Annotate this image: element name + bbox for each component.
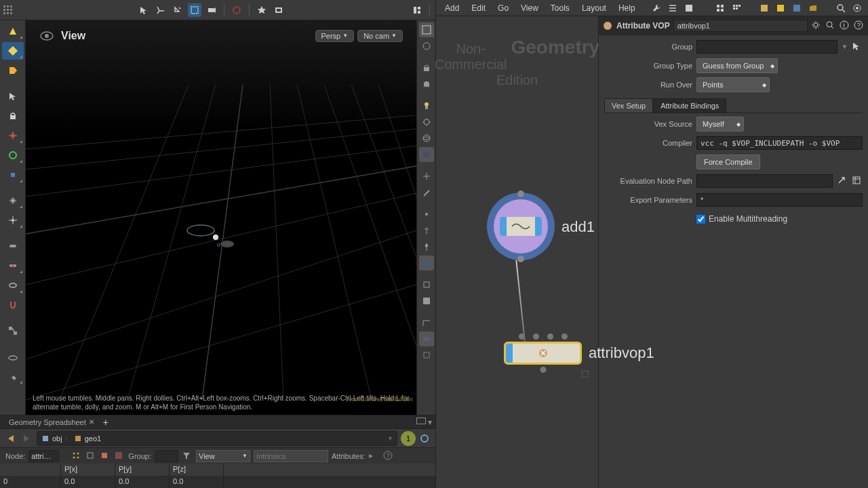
render-icon[interactable] (255, 3, 269, 17)
col-index[interactable] (0, 464, 61, 476)
grid2-icon[interactable] (730, 2, 743, 14)
menu-tools[interactable]: Tools (545, 2, 575, 14)
help-icon[interactable]: ? (854, 20, 865, 31)
camera-dropdown[interactable]: No cam▼ (357, 30, 403, 42)
tool-rotate[interactable] (2, 146, 24, 164)
chooser-icon[interactable] (852, 176, 863, 186)
compiler-input[interactable] (696, 136, 863, 150)
list-icon[interactable] (667, 2, 679, 14)
record-icon[interactable] (230, 3, 243, 17)
lock-view-icon[interactable] (419, 60, 434, 75)
group-input[interactable] (696, 40, 837, 54)
image-icon[interactable] (791, 2, 803, 14)
display-opts-icon[interactable] (419, 256, 434, 270)
area-select-icon[interactable] (188, 3, 201, 17)
shading-wire-icon[interactable] (419, 22, 434, 37)
tool-move[interactable] (2, 127, 24, 144)
play-icon[interactable]: ▸ (369, 451, 380, 462)
path-input[interactable]: obj 〉 geo1 ▼ (37, 431, 397, 446)
points-icon[interactable] (71, 451, 82, 462)
snapshot-icon[interactable] (272, 3, 285, 17)
force-compile-button[interactable]: Force Compile (696, 155, 760, 169)
col-py[interactable]: P[y] (115, 464, 170, 476)
ghost-icon[interactable] (419, 77, 434, 92)
menu-view[interactable]: View (515, 2, 544, 14)
dropdown-icon[interactable]: ▼ (387, 435, 393, 442)
gear-icon[interactable] (811, 20, 822, 31)
dropdown-icon[interactable]: ▼ (842, 43, 848, 50)
menu-go[interactable]: Go (492, 2, 514, 14)
tool-cplane[interactable] (2, 348, 24, 365)
tool-handle1[interactable] (2, 237, 24, 255)
menu-add[interactable]: Add (439, 2, 465, 14)
prims-icon[interactable] (100, 451, 111, 462)
tool-arrow[interactable] (2, 87, 24, 105)
link-icon[interactable] (419, 433, 430, 444)
filter-icon[interactable] (182, 451, 193, 462)
note-icon[interactable] (758, 2, 770, 14)
verts-icon[interactable] (85, 451, 96, 462)
bg-icon[interactable] (419, 293, 434, 308)
layout-icon[interactable] (410, 3, 424, 17)
add-tab-button[interactable]: + (103, 417, 108, 428)
multithread-checkbox[interactable] (696, 215, 705, 224)
export-params-input[interactable] (696, 193, 863, 207)
light-icon[interactable] (419, 98, 434, 113)
target-icon[interactable] (851, 2, 863, 14)
tab-vex-setup[interactable]: Vex Setup (604, 98, 653, 113)
material-icon[interactable] (419, 147, 434, 162)
node-attribvop1[interactable]: attribvop1 ⬚ (504, 342, 582, 365)
tab-attribute-bindings[interactable]: Attribute Bindings (653, 98, 726, 113)
run-over-select[interactable]: Points◆ (696, 77, 770, 92)
search-icon[interactable] (825, 20, 836, 31)
tool-snap-point[interactable] (2, 211, 24, 229)
close-icon[interactable]: ✕ (89, 418, 94, 426)
ruler-icon[interactable] (419, 315, 434, 330)
select-arrow-icon[interactable] (852, 41, 863, 52)
camera-icon[interactable] (205, 3, 218, 17)
wrench-icon[interactable] (650, 2, 663, 14)
select-arrow-icon[interactable] (137, 3, 151, 17)
menu-edit[interactable]: Edit (466, 2, 491, 14)
text-icon[interactable] (683, 2, 695, 14)
normal-icon[interactable] (419, 223, 434, 238)
sticky-icon[interactable] (774, 2, 787, 14)
forward-button[interactable] (21, 434, 33, 443)
world-icon[interactable] (419, 131, 434, 146)
pin-badge[interactable]: 1 (401, 431, 416, 446)
jump-icon[interactable] (837, 176, 848, 186)
node-add1[interactable]: add1 (487, 192, 555, 260)
box-select-icon[interactable] (171, 3, 184, 17)
tool-r2[interactable] (419, 39, 434, 54)
persp-dropdown[interactable]: Persp▼ (315, 30, 355, 42)
vex-source-select[interactable]: Myself◆ (696, 117, 744, 131)
lasso-icon[interactable] (154, 3, 167, 17)
intrinsics-select[interactable]: Intrinsics (254, 450, 328, 462)
detail-icon[interactable] (114, 451, 125, 462)
tool-magnet[interactable] (2, 296, 24, 314)
3d-viewport[interactable]: 0 View Persp▼ No cam▼ Left mouse tumbles… (26, 20, 416, 415)
tool-brush[interactable] (2, 367, 24, 385)
back-button[interactable] (5, 434, 18, 443)
search-icon[interactable] (835, 2, 847, 14)
grid1-icon[interactable] (714, 2, 726, 14)
tool-snap-grid[interactable] (2, 192, 24, 209)
group-type-select[interactable]: Guess from Group◆ (696, 58, 778, 73)
view-select[interactable]: View▼ (196, 450, 250, 462)
col-pz[interactable]: P[z] (170, 464, 224, 476)
menu-help[interactable]: Help (613, 2, 641, 14)
tool-tag[interactable] (2, 62, 24, 79)
light2-icon[interactable] (419, 115, 434, 129)
eval-path-input[interactable] (696, 174, 833, 188)
gamma-icon[interactable] (419, 331, 434, 346)
menu-layout[interactable]: Layout (576, 2, 612, 14)
marker-icon[interactable] (419, 185, 434, 200)
tool-lock[interactable] (2, 107, 24, 125)
info-icon[interactable]: i (840, 20, 850, 31)
tool-scale[interactable] (2, 166, 24, 184)
maximize-icon[interactable] (416, 418, 426, 424)
tool-handle3[interactable] (2, 277, 24, 294)
group-field[interactable] (155, 450, 178, 462)
folder-icon[interactable] (807, 2, 819, 14)
network-view[interactable]: Non-CommercialGeometry Edition (436, 16, 598, 488)
